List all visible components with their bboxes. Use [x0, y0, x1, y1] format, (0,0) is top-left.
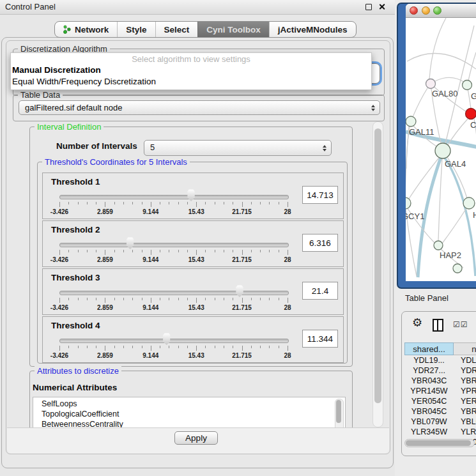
close-traffic-light-icon[interactable] — [410, 6, 418, 15]
num-intervals-combobox[interactable]: 5 — [144, 140, 332, 156]
table-data-combobox[interactable]: galFiltered.sif default node — [19, 100, 380, 115]
cell-name: YPR145W — [454, 386, 476, 396]
list-scrollbar[interactable] — [335, 399, 344, 427]
panel-vertical-scrollbar[interactable] — [372, 121, 383, 427]
attributes-listbox[interactable]: SelfLoopsTopologicalCoefficientBetweenne… — [33, 397, 346, 427]
algorithm-option[interactable]: Manual Discretization — [12, 65, 101, 75]
minimize-traffic-light-icon[interactable] — [422, 6, 430, 15]
attribute-list-item[interactable]: TopologicalCoefficient — [33, 409, 345, 419]
tab-cyni-toolbox[interactable]: Cyni Toolbox — [197, 22, 269, 37]
attribute-list-item[interactable]: SelfLoops — [33, 399, 345, 409]
tick-label: -3.426 — [50, 256, 68, 263]
combobox-arrows-icon — [371, 101, 375, 114]
network-edge[interactable] — [429, 18, 446, 79]
network-node[interactable] — [463, 81, 472, 90]
tick-label: 15.43 — [188, 352, 204, 359]
slider-ticks — [59, 298, 288, 304]
table-row[interactable]: YBL079WYBL079W — [404, 417, 476, 427]
network-icon — [63, 25, 72, 34]
network-node[interactable] — [463, 197, 475, 209]
algorithm-option[interactable]: Equal Width/Frequency Discretization — [12, 77, 156, 86]
network-edge[interactable] — [413, 88, 427, 117]
threshold-panel: Threshold 3-3.4262.8599.14415.4321.71528… — [42, 268, 344, 315]
tick-label: 28 — [284, 208, 291, 215]
attribute-list-item[interactable]: BetweennessCentrality — [33, 419, 345, 427]
table-row[interactable]: YLR345WYLR345W — [404, 427, 476, 437]
network-node[interactable] — [426, 79, 436, 89]
tick-label: 21.715 — [232, 256, 252, 263]
application-root: Control Panel NetworkStyleSelectCyni Too… — [0, 0, 476, 476]
column-header-name[interactable]: name — [454, 342, 476, 355]
slider-track[interactable] — [59, 339, 289, 343]
float-window-icon[interactable] — [365, 4, 372, 10]
slider-thumb[interactable] — [125, 237, 135, 249]
threshold-value-field[interactable]: 21.4 — [302, 282, 338, 300]
list-scrollbar-thumb[interactable] — [336, 400, 341, 423]
cell-shared-name: YDL19... — [404, 355, 454, 365]
cell-name: YBR045C — [454, 406, 476, 417]
slider-tick-labels: -3.4262.8599.14415.4321.71528 — [59, 256, 288, 263]
node-label: H — [473, 210, 476, 220]
tick-label: 28 — [284, 352, 291, 359]
tab-jactivemnodules[interactable]: jActiveMNodules — [269, 22, 356, 37]
network-edge[interactable] — [438, 158, 442, 241]
group-title: Attributes to discretize — [35, 366, 121, 376]
network-node[interactable] — [435, 143, 450, 158]
table-scrollbar-thumb[interactable] — [406, 440, 471, 446]
network-node[interactable] — [406, 197, 411, 209]
table-horizontal-scrollbar[interactable] — [404, 439, 475, 447]
network-view-window[interactable]: GAL80GCGAL11GAL4GCY1HHAP2 — [397, 3, 476, 289]
algorithm-dropdown-popup: Select algorithm to view settings Manual… — [10, 52, 372, 90]
apply-button[interactable]: Apply — [174, 431, 218, 445]
threshold-value-field[interactable]: 14.713 — [302, 186, 338, 204]
network-edge[interactable] — [468, 52, 476, 81]
slider-track[interactable] — [59, 195, 289, 199]
slider-track[interactable] — [59, 291, 289, 295]
tick-label: 2.859 — [97, 256, 113, 263]
slider-thumb[interactable] — [187, 189, 196, 201]
network-node[interactable] — [466, 109, 476, 119]
cell-name: YBR043C — [454, 376, 476, 386]
tab-network[interactable]: Network — [55, 22, 117, 37]
cell-shared-name: YER054C — [404, 396, 454, 406]
tick-label: 9.144 — [142, 208, 158, 215]
split-columns-icon[interactable] — [433, 319, 443, 332]
slider-ticks — [59, 202, 288, 208]
column-header-shared-[interactable]: shared... — [404, 342, 454, 355]
node-label: HAP2 — [440, 250, 461, 260]
table-row[interactable]: YDR27...YDR27... — [404, 365, 476, 376]
network-node[interactable] — [434, 241, 443, 250]
tick-label: 21.715 — [232, 304, 252, 311]
panel-scrollbar-thumb[interactable] — [374, 128, 381, 403]
slider-ticks — [59, 250, 288, 256]
zoom-traffic-light-icon[interactable] — [433, 6, 441, 15]
table-row[interactable]: YPR145WYPR145W — [404, 386, 476, 396]
table-row[interactable]: YBR043CYBR043C — [404, 376, 476, 386]
network-node[interactable] — [453, 264, 462, 273]
tab-select[interactable]: Select — [155, 22, 198, 37]
network-window-titlebar[interactable] — [406, 4, 476, 18]
table-panel: ⚙ ☑☑ shared...nameYDL19...YDL19...YDR27.… — [401, 311, 476, 456]
gear-icon[interactable]: ⚙ — [412, 317, 422, 328]
table-row[interactable]: YBR045CYBR045C — [404, 406, 476, 417]
tab-label: Network — [75, 25, 109, 35]
tab-style[interactable]: Style — [117, 22, 155, 37]
network-edge[interactable] — [406, 127, 409, 197]
slider-thumb[interactable] — [235, 285, 245, 297]
select-columns-icon[interactable]: ☑☑ — [453, 320, 468, 329]
network-edge[interactable] — [442, 208, 466, 243]
network-canvas[interactable]: GAL80GCGAL11GAL4GCY1HHAP2 — [406, 17, 476, 281]
control-panel: Control Panel NetworkStyleSelectCyni Too… — [0, 0, 395, 476]
slider-thumb[interactable] — [162, 333, 171, 345]
tick-label: -3.426 — [50, 208, 68, 215]
threshold-value-field[interactable]: 11.344 — [302, 330, 338, 348]
threshold-panel: Threshold 1-3.4262.8599.14415.4321.71528… — [42, 173, 344, 219]
threshold-value-field[interactable]: 6.316 — [302, 234, 338, 252]
close-panel-icon[interactable] — [378, 3, 385, 10]
table-row[interactable]: YER054CYER054C — [404, 396, 476, 406]
node-table: shared...nameYDL19...YDL19...YDR27...YDR… — [404, 342, 476, 447]
table-row[interactable]: YDL19...YDL19... — [404, 355, 476, 365]
tick-label: 28 — [284, 304, 291, 311]
network-node[interactable] — [406, 116, 416, 127]
slider-track[interactable] — [59, 243, 289, 247]
